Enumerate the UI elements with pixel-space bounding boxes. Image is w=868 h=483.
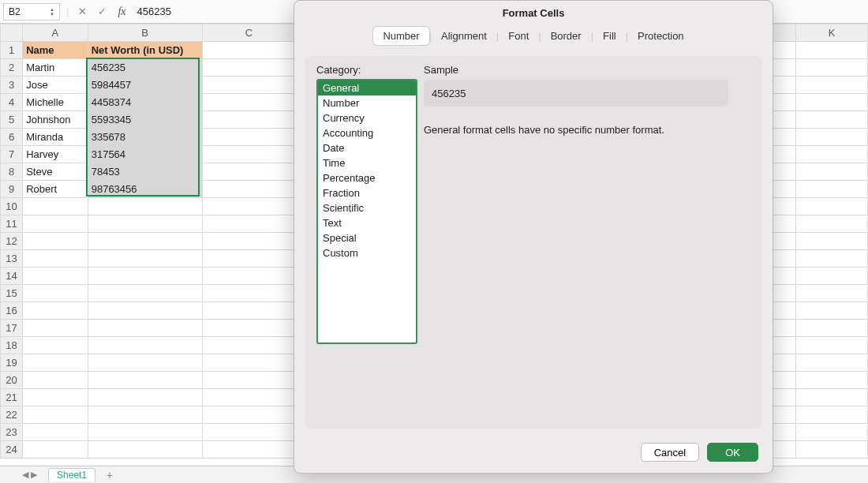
- row-header-20[interactable]: 20: [1, 372, 23, 389]
- cell-A18[interactable]: [23, 337, 88, 354]
- cell-K20[interactable]: [796, 372, 868, 389]
- category-accounting[interactable]: Accounting: [318, 125, 416, 140]
- cell-B20[interactable]: [88, 372, 202, 389]
- cell-K14[interactable]: [796, 268, 868, 285]
- cell-C9[interactable]: [202, 181, 296, 198]
- sheet-tab[interactable]: Sheet1: [48, 468, 95, 481]
- cell-A14[interactable]: [23, 268, 88, 285]
- cell-K12[interactable]: [796, 233, 868, 250]
- cell-C10[interactable]: [202, 198, 296, 215]
- cell-A23[interactable]: [23, 424, 88, 441]
- row-header-12[interactable]: 12: [1, 233, 23, 250]
- cell-A19[interactable]: [23, 354, 88, 372]
- cell-A17[interactable]: [23, 320, 88, 337]
- category-percentage[interactable]: Percentage: [318, 170, 416, 185]
- cell-K11[interactable]: [796, 215, 868, 233]
- fx-icon[interactable]: fx: [114, 6, 132, 18]
- cell-A24[interactable]: [23, 441, 88, 459]
- cell-A21[interactable]: [23, 389, 88, 406]
- row-header-9[interactable]: 9: [1, 181, 23, 198]
- row-header-5[interactable]: 5: [1, 111, 23, 129]
- cell-B18[interactable]: [88, 337, 202, 354]
- cell-C13[interactable]: [202, 250, 296, 268]
- cell-K2[interactable]: [796, 59, 868, 77]
- cell-C16[interactable]: [202, 302, 296, 320]
- col-header-B[interactable]: B: [88, 24, 202, 42]
- cell-K8[interactable]: [796, 163, 868, 181]
- cell-B4[interactable]: 4458374: [88, 94, 202, 111]
- cell-B13[interactable]: [88, 250, 202, 268]
- row-header-18[interactable]: 18: [1, 337, 23, 354]
- cell-B6[interactable]: 335678: [88, 129, 202, 146]
- cell-C3[interactable]: [202, 77, 296, 94]
- cell-A7[interactable]: Harvey: [23, 146, 88, 163]
- cell-A2[interactable]: Martin: [23, 59, 88, 77]
- ok-button[interactable]: OK: [707, 443, 758, 462]
- cell-C11[interactable]: [202, 215, 296, 233]
- row-header-21[interactable]: 21: [1, 389, 23, 406]
- cell-A10[interactable]: [23, 198, 88, 215]
- cell-B8[interactable]: 78453: [88, 163, 202, 181]
- cell-K22[interactable]: [796, 406, 868, 424]
- cell-A9[interactable]: Robert: [23, 181, 88, 198]
- row-header-8[interactable]: 8: [1, 163, 23, 181]
- cell-C12[interactable]: [202, 233, 296, 250]
- select-all-corner[interactable]: [1, 24, 23, 42]
- cancel-button[interactable]: Cancel: [641, 443, 699, 462]
- accept-formula-icon[interactable]: ✓: [95, 6, 110, 17]
- cell-C20[interactable]: [202, 372, 296, 389]
- name-box[interactable]: B2 ▲▼: [3, 3, 60, 21]
- cell-B22[interactable]: [88, 406, 202, 424]
- formula-bar-value[interactable]: 456235: [137, 6, 171, 17]
- cell-B17[interactable]: [88, 320, 202, 337]
- cell-A6[interactable]: Miranda: [23, 129, 88, 146]
- cell-K1[interactable]: [796, 42, 868, 59]
- row-header-23[interactable]: 23: [1, 424, 23, 441]
- tab-alignment[interactable]: Alignment: [432, 27, 496, 45]
- col-header-K[interactable]: K: [796, 24, 868, 42]
- cell-K17[interactable]: [796, 320, 868, 337]
- row-header-14[interactable]: 14: [1, 268, 23, 285]
- row-header-4[interactable]: 4: [1, 94, 23, 111]
- category-custom[interactable]: Custom: [318, 245, 416, 260]
- cell-C21[interactable]: [202, 389, 296, 406]
- category-number[interactable]: Number: [318, 95, 416, 110]
- row-header-16[interactable]: 16: [1, 302, 23, 320]
- cell-A12[interactable]: [23, 233, 88, 250]
- cell-K18[interactable]: [796, 337, 868, 354]
- cell-A4[interactable]: Michelle: [23, 94, 88, 111]
- cell-B3[interactable]: 5984457: [88, 77, 202, 94]
- category-special[interactable]: Special: [318, 230, 416, 245]
- cell-B16[interactable]: [88, 302, 202, 320]
- cell-K6[interactable]: [796, 129, 868, 146]
- cell-A11[interactable]: [23, 215, 88, 233]
- cell-C19[interactable]: [202, 354, 296, 372]
- cell-K10[interactable]: [796, 198, 868, 215]
- cell-A1[interactable]: Name: [23, 42, 88, 59]
- row-header-17[interactable]: 17: [1, 320, 23, 337]
- cell-B9[interactable]: 98763456: [88, 181, 202, 198]
- category-general[interactable]: General: [318, 80, 416, 95]
- cell-C7[interactable]: [202, 146, 296, 163]
- cell-C8[interactable]: [202, 163, 296, 181]
- cell-B2[interactable]: 456235: [88, 59, 202, 77]
- category-fraction[interactable]: Fraction: [318, 185, 416, 200]
- cell-A3[interactable]: Jose: [23, 77, 88, 94]
- col-header-C[interactable]: C: [202, 24, 296, 42]
- row-header-19[interactable]: 19: [1, 354, 23, 372]
- row-header-10[interactable]: 10: [1, 198, 23, 215]
- category-list[interactable]: GeneralNumberCurrencyAccountingDateTimeP…: [316, 79, 417, 344]
- cell-B23[interactable]: [88, 424, 202, 441]
- row-header-1[interactable]: 1: [1, 42, 23, 59]
- cell-K24[interactable]: [796, 441, 868, 459]
- cell-C22[interactable]: [202, 406, 296, 424]
- cell-B21[interactable]: [88, 389, 202, 406]
- tab-protection[interactable]: Protection: [628, 27, 694, 45]
- cell-B19[interactable]: [88, 354, 202, 372]
- cell-B7[interactable]: 317564: [88, 146, 202, 163]
- tab-nav[interactable]: ◀ ▶: [22, 470, 37, 480]
- category-time[interactable]: Time: [318, 155, 416, 170]
- cell-C5[interactable]: [202, 111, 296, 129]
- cell-B1[interactable]: Net Worth (in USD): [88, 42, 202, 59]
- cell-K5[interactable]: [796, 111, 868, 129]
